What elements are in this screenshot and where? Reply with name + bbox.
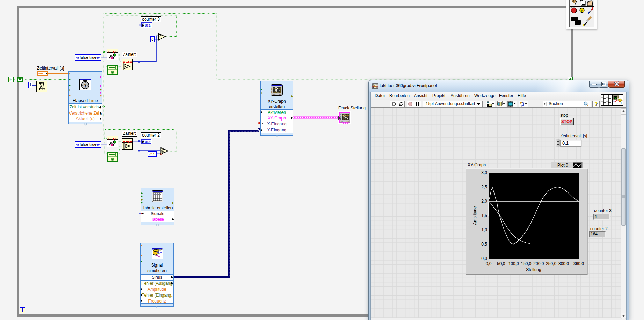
svg-text:?: ? bbox=[84, 83, 87, 87]
svg-text:0,0: 0,0 bbox=[486, 261, 492, 266]
svg-text:P: P bbox=[581, 9, 583, 13]
svg-text:+1: +1 bbox=[125, 65, 128, 68]
svg-text:300,0: 300,0 bbox=[558, 261, 569, 266]
svg-text:50,0: 50,0 bbox=[497, 261, 505, 266]
svg-text:0: 0 bbox=[271, 91, 272, 93]
svg-text:3,0: 3,0 bbox=[481, 170, 487, 175]
svg-text:1,5: 1,5 bbox=[481, 213, 487, 218]
svg-text:2: 2 bbox=[271, 86, 272, 88]
svg-text:0,0: 0,0 bbox=[481, 256, 487, 261]
svg-text:Amplitude: Amplitude bbox=[473, 206, 477, 225]
svg-text:+1: +1 bbox=[125, 145, 128, 148]
svg-text:150,0: 150,0 bbox=[521, 261, 531, 266]
svg-text:1: 1 bbox=[620, 102, 622, 105]
svg-text:1,0: 1,0 bbox=[279, 93, 281, 95]
svg-text:1,0: 1,0 bbox=[481, 227, 487, 232]
svg-text:0,5: 0,5 bbox=[481, 242, 487, 247]
svg-text:Stellung: Stellung bbox=[526, 267, 541, 272]
svg-text:2,5: 2,5 bbox=[481, 184, 487, 189]
svg-text:1: 1 bbox=[271, 88, 272, 90]
svg-text:100,0: 100,0 bbox=[508, 261, 519, 266]
svg-text:0,0: 0,0 bbox=[273, 93, 275, 95]
svg-text:200,0: 200,0 bbox=[533, 261, 544, 266]
svg-text:2,0: 2,0 bbox=[481, 199, 487, 204]
svg-text:250,0: 250,0 bbox=[546, 261, 556, 266]
svg-text:360,0: 360,0 bbox=[573, 261, 584, 266]
